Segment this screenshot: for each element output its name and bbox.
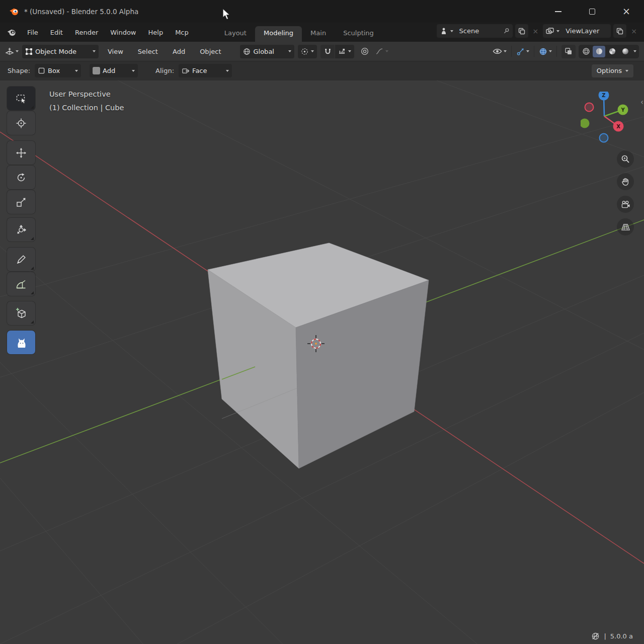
scene-icon bbox=[440, 27, 448, 35]
proportional-editing-icon bbox=[361, 47, 369, 55]
camera-view-button[interactable] bbox=[617, 196, 634, 213]
viewport-canvas[interactable] bbox=[0, 80, 644, 644]
gizmo-icon bbox=[516, 47, 525, 56]
window-controls: × bbox=[535, 0, 638, 23]
scene-browse-dropdown[interactable] bbox=[437, 24, 456, 38]
remove-viewlayer-icon: × bbox=[629, 27, 639, 35]
tool-scale[interactable] bbox=[7, 190, 35, 214]
close-icon: × bbox=[622, 7, 630, 16]
snap-settings-dropdown[interactable] bbox=[335, 45, 354, 58]
chevron-down-icon bbox=[132, 70, 135, 72]
shape-label: Shape: bbox=[8, 67, 30, 74]
tab-sculpting[interactable]: Sculpting bbox=[335, 26, 382, 42]
tool-rotate[interactable] bbox=[7, 166, 35, 189]
shading-mode-buttons bbox=[579, 45, 639, 58]
grid-perspective-icon bbox=[621, 223, 630, 231]
maximize-button[interactable] bbox=[581, 0, 604, 23]
sidebar-collapse-arrow[interactable]: ‹ bbox=[640, 98, 643, 107]
status-separator: | bbox=[604, 632, 606, 640]
shading-solid-button[interactable] bbox=[593, 46, 605, 57]
viewlayer-name-field[interactable]: ViewLayer bbox=[562, 24, 611, 38]
align-value: Face bbox=[192, 67, 223, 74]
viewport-header: Object Mode View Select Add Object Globa… bbox=[0, 42, 644, 61]
gizmo-neg-x-ball[interactable] bbox=[585, 103, 594, 112]
overlays-dropdown[interactable] bbox=[539, 47, 552, 56]
close-button[interactable]: × bbox=[615, 0, 638, 23]
tool-blender-mcp-cat[interactable] bbox=[7, 331, 35, 354]
tool-transform[interactable] bbox=[7, 218, 35, 242]
align-dropdown[interactable]: Face bbox=[179, 64, 232, 77]
scene-name-field[interactable]: Scene bbox=[456, 24, 513, 38]
gizmos-dropdown[interactable] bbox=[516, 47, 529, 56]
select-box-icon bbox=[15, 93, 27, 105]
menu-help[interactable]: Help bbox=[142, 23, 170, 42]
tool-select-box[interactable] bbox=[7, 87, 35, 110]
chevron-down-icon bbox=[16, 50, 19, 52]
menu-window[interactable]: Window bbox=[104, 23, 142, 42]
tool-annotate[interactable] bbox=[7, 248, 35, 271]
pivot-point-dropdown[interactable] bbox=[298, 45, 317, 58]
shading-rendered-button[interactable] bbox=[619, 46, 631, 57]
separator bbox=[511, 46, 512, 57]
shading-wireframe-button[interactable] bbox=[580, 46, 592, 57]
blender-menu-icon[interactable] bbox=[7, 29, 16, 36]
gizmo-neg-y-ball[interactable] bbox=[581, 119, 590, 128]
menu-render[interactable]: Render bbox=[69, 23, 104, 42]
shape-dropdown[interactable]: Box bbox=[35, 64, 81, 77]
new-scene-button[interactable] bbox=[515, 24, 528, 38]
ortho-perspective-button[interactable] bbox=[617, 218, 634, 235]
tab-layout[interactable]: Layout bbox=[216, 26, 255, 42]
active-object-label: (1) Collection | Cube bbox=[49, 101, 124, 115]
proportional-editing-button[interactable] bbox=[358, 45, 372, 58]
chevron-down-icon bbox=[633, 50, 636, 52]
chevron-down-icon bbox=[385, 50, 388, 52]
menu-mcp[interactable]: Mcp bbox=[169, 23, 195, 42]
menu-select[interactable]: Select bbox=[132, 48, 164, 55]
maximize-icon bbox=[589, 9, 595, 15]
rotate-icon bbox=[15, 172, 27, 184]
navigation-gizmo[interactable]: Z Y X bbox=[581, 92, 629, 143]
workspace-tabs: Layout Modeling Main Sculpting bbox=[216, 23, 382, 42]
menu-file[interactable]: File bbox=[21, 23, 44, 42]
viewport-3d[interactable]: User Perspective (1) Collection | Cube bbox=[0, 80, 644, 644]
shading-material-button[interactable] bbox=[606, 46, 618, 57]
pan-button[interactable] bbox=[617, 173, 634, 190]
menu-view[interactable]: View bbox=[102, 48, 129, 55]
options-dropdown[interactable]: Options bbox=[592, 64, 633, 77]
duplicate-icon bbox=[616, 28, 623, 35]
pin-icon[interactable] bbox=[503, 28, 510, 34]
mode-dropdown[interactable]: Object Mode bbox=[22, 45, 99, 58]
scene-viewlayer-selectors: Scene × ViewLayer bbox=[437, 23, 639, 42]
xray-toggle-button[interactable] bbox=[561, 45, 576, 58]
tool-cursor[interactable] bbox=[7, 111, 35, 135]
material-shading-icon bbox=[608, 47, 616, 55]
proportional-falloff-dropdown[interactable] bbox=[375, 48, 388, 55]
move-icon bbox=[15, 147, 27, 159]
menu-edit[interactable]: Edit bbox=[44, 23, 69, 42]
mode-add-dropdown[interactable]: Add bbox=[90, 64, 138, 77]
viewlayer-browse-dropdown[interactable] bbox=[543, 24, 562, 38]
chevron-down-icon bbox=[311, 50, 314, 52]
tab-main[interactable]: Main bbox=[302, 26, 335, 42]
minimize-button[interactable] bbox=[546, 0, 570, 23]
separator bbox=[556, 46, 557, 57]
measure-icon bbox=[15, 278, 27, 290]
tool-add-cube[interactable] bbox=[7, 301, 35, 325]
transform-orientation-dropdown[interactable]: Global bbox=[240, 45, 294, 58]
visibility-dropdown[interactable] bbox=[493, 48, 507, 55]
tool-move[interactable] bbox=[7, 141, 35, 165]
snap-toggle-button[interactable] bbox=[320, 45, 335, 58]
add-mode-swatch-icon bbox=[93, 67, 100, 74]
duplicate-icon bbox=[518, 28, 525, 35]
zoom-button[interactable] bbox=[617, 150, 634, 168]
tool-measure[interactable] bbox=[7, 272, 35, 296]
menu-object[interactable]: Object bbox=[194, 48, 226, 55]
window-title: * (Unsaved) - Blender 5.0.0 Alpha bbox=[24, 8, 138, 16]
tab-modeling[interactable]: Modeling bbox=[255, 26, 302, 42]
new-viewlayer-button[interactable] bbox=[613, 24, 626, 38]
gizmo-neg-z-ball[interactable] bbox=[600, 134, 608, 142]
chevron-down-icon bbox=[226, 70, 229, 72]
menu-add[interactable]: Add bbox=[167, 48, 191, 55]
chevron-down-icon bbox=[526, 50, 529, 52]
editor-type-selector[interactable] bbox=[5, 47, 19, 56]
